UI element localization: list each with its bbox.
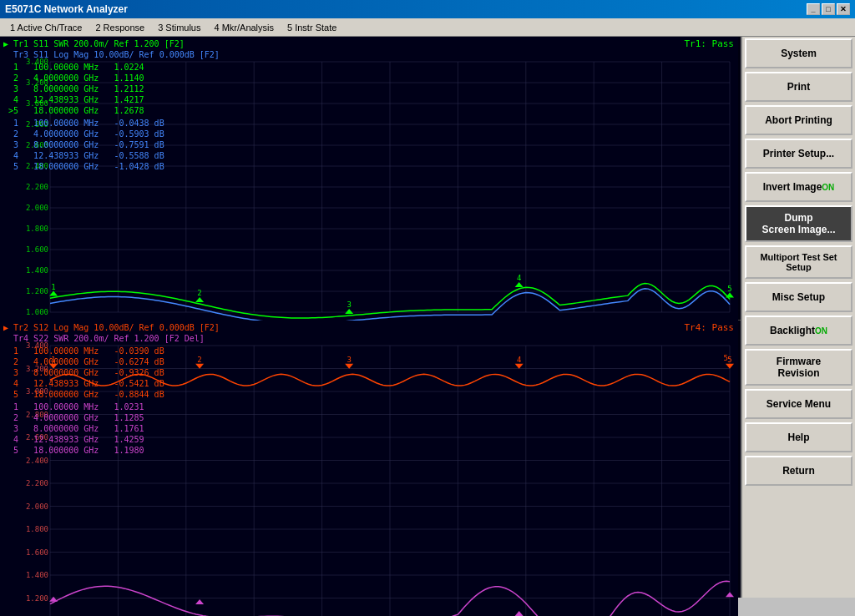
window-controls[interactable]: _ □ ✕ bbox=[807, 3, 850, 15]
btn-system[interactable]: System bbox=[745, 38, 852, 68]
btn-backlight[interactable]: BacklightON bbox=[745, 316, 852, 346]
btn-print[interactable]: Print bbox=[745, 72, 852, 102]
minimize-button[interactable]: _ bbox=[807, 3, 820, 15]
btn-firmware[interactable]: FirmwareRevision bbox=[745, 349, 852, 386]
tr1-pass-label: Tr1: Pass bbox=[684, 38, 734, 49]
tr4-pass-label: Tr4: Pass bbox=[684, 322, 734, 333]
btn-invert-image[interactable]: Invert ImageON bbox=[745, 172, 852, 202]
btn-misc-setup[interactable]: Misc Setup bbox=[745, 282, 852, 312]
btn-return[interactable]: Return bbox=[745, 456, 852, 486]
btn-multiport[interactable]: Multiport Test SetSetup bbox=[745, 245, 852, 279]
maximize-button[interactable]: □ bbox=[822, 3, 835, 15]
chart-area: ▶ Tr1 S11 SWR 200.0m/ Ref 1.200 [F2] Tr3… bbox=[0, 37, 741, 598]
top-chart: ▶ Tr1 S11 SWR 200.0m/ Ref 1.200 [F2] Tr3… bbox=[0, 37, 741, 321]
close-button[interactable]: ✕ bbox=[837, 3, 850, 15]
menu-active-ch[interactable]: 1 Active Ch/Trace bbox=[3, 21, 89, 34]
btn-printer-setup[interactable]: Printer Setup... bbox=[745, 139, 852, 169]
main-area: ▶ Tr1 S11 SWR 200.0m/ Ref 1.200 [F2] Tr3… bbox=[0, 37, 855, 598]
btn-abort-printing[interactable]: Abort Printing bbox=[745, 105, 852, 135]
btn-help[interactable]: Help bbox=[745, 422, 852, 452]
btn-dump-screen[interactable]: DumpScreen Image... bbox=[745, 205, 852, 242]
window-title: E5071C Network Analyzer bbox=[5, 3, 807, 15]
menu-mkr[interactable]: 4 Mkr/Analysis bbox=[207, 21, 281, 34]
bottom-chart: ▶ Tr2 S12 Log Mag 10.00dB/ Ref 0.000dB [… bbox=[0, 321, 741, 616]
menu-bar: 1 Active Ch/Trace 2 Response 3 Stimulus … bbox=[0, 18, 855, 37]
menu-stimulus[interactable]: 3 Stimulus bbox=[151, 21, 207, 34]
title-bar: E5071C Network Analyzer _ □ ✕ bbox=[0, 0, 855, 18]
right-panel: System Print Abort Printing Printer Setu… bbox=[741, 37, 855, 598]
btn-service-menu[interactable]: Service Menu bbox=[745, 389, 852, 419]
menu-instr[interactable]: 5 Instr State bbox=[281, 21, 343, 34]
menu-response[interactable]: 2 Response bbox=[89, 21, 151, 34]
